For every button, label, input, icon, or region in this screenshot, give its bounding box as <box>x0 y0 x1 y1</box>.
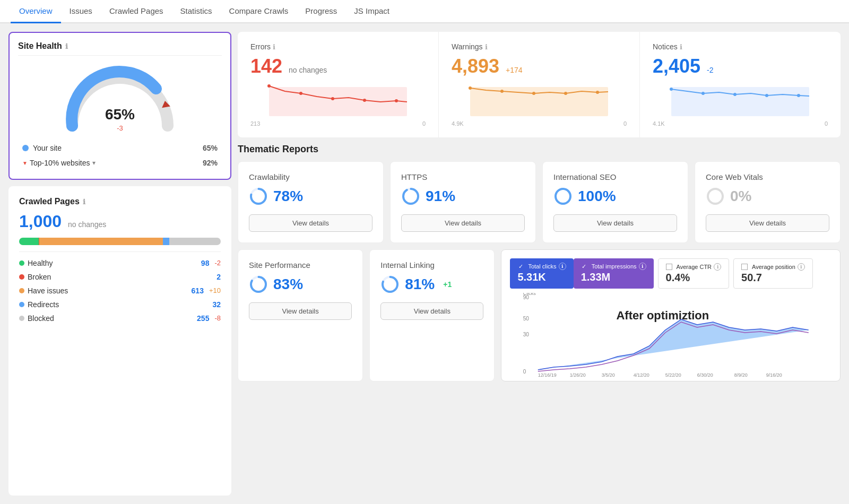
bottom-card-site-performance: Site Performance 83% View details <box>238 249 363 381</box>
checkbox-unchecked-icon <box>666 264 672 270</box>
view-details-button[interactable]: View details <box>249 302 352 320</box>
notices-label: Notices ℹ <box>653 42 828 51</box>
nav-compare-crawls[interactable]: Compare Crawls <box>221 0 297 23</box>
warnings-value: 4,893 <box>452 55 499 77</box>
info-circle-icon: ℹ <box>714 263 721 271</box>
stat-values: 32 <box>212 300 221 309</box>
svg-text:9/16/20: 9/16/20 <box>766 372 782 378</box>
your-site-dot <box>22 145 29 151</box>
svg-point-17 <box>765 94 768 97</box>
crawled-total: 1,000 <box>19 212 62 231</box>
nav-overview[interactable]: Overview <box>11 0 61 23</box>
notices-info-icon[interactable]: ℹ <box>680 43 682 51</box>
report-pct: 78% <box>249 187 372 206</box>
thematic-reports-section: Thematic Reports Crawlability 78% View d… <box>238 144 841 243</box>
gsc-stat-label: Average CTR ℹ <box>666 263 721 271</box>
view-details-button[interactable]: View details <box>380 302 483 320</box>
gsc-stat-val: 5.31K <box>517 271 566 283</box>
stat-values: 2 <box>216 273 221 281</box>
stat-dot <box>19 260 24 266</box>
notices-box: Notices ℹ 2,405 -2 <box>640 32 841 137</box>
svg-point-4 <box>331 97 334 100</box>
gsc-stat-val: 50.7 <box>741 272 805 284</box>
legend-top10: ▼ Top-10% websites ▾ 92% <box>18 155 222 170</box>
warnings-box: Warnings ℹ 4,893 +174 <box>439 32 640 137</box>
stat-row-broken: Broken 2 <box>19 270 221 284</box>
reports-grid: Crawlability 78% View details HTTPS 91% … <box>238 161 841 243</box>
notices-change: -2 <box>707 66 713 74</box>
svg-text:8/9/20: 8/9/20 <box>734 372 748 378</box>
svg-text:6/30/20: 6/30/20 <box>697 372 713 378</box>
errors-value: 142 <box>250 55 282 77</box>
svg-point-11 <box>564 92 567 95</box>
notices-value: 2,405 <box>653 55 700 77</box>
report-circle-icon <box>401 187 420 206</box>
report-pct: 83% <box>249 275 352 294</box>
gauge-change: -3 <box>105 124 135 132</box>
svg-point-8 <box>469 86 472 90</box>
stat-row-healthy: Healthy 98 -2 <box>19 256 221 270</box>
stat-label: Redirects <box>19 300 59 309</box>
site-health-info-icon[interactable]: ℹ <box>65 42 68 50</box>
warnings-change: +174 <box>506 66 523 74</box>
stat-dot <box>19 302 24 307</box>
top10-chevron-icon[interactable]: ▾ <box>92 159 96 167</box>
svg-point-6 <box>395 99 398 102</box>
pb-redirects <box>163 238 169 245</box>
site-health-card: Site Health ℹ 65% -3 <box>8 32 231 180</box>
gauge-center-text: 65% -3 <box>105 106 135 132</box>
after-optimization-text: After optimiztion <box>616 309 709 323</box>
stat-dot <box>19 274 24 280</box>
stat-values: 255 -8 <box>197 314 221 323</box>
svg-point-22 <box>403 189 418 204</box>
report-title: HTTPS <box>401 172 525 181</box>
main-content: Site Health ℹ 65% -3 <box>0 23 849 504</box>
report-circle-icon <box>553 187 573 206</box>
nav-issues[interactable]: Issues <box>61 0 101 23</box>
stat-label: Blocked <box>19 314 54 323</box>
crawled-pages-info-icon[interactable]: ℹ <box>83 198 85 206</box>
warnings-sparkline-labels: 4.9K 0 <box>452 120 627 127</box>
stat-row-have-issues: Have issues 613 +10 <box>19 284 221 298</box>
nav-crawled-pages[interactable]: Crawled Pages <box>101 0 172 23</box>
nav-js-impact[interactable]: JS Impact <box>345 0 398 23</box>
svg-point-16 <box>733 93 737 96</box>
stat-label: Broken <box>19 273 51 281</box>
svg-point-3 <box>299 92 302 95</box>
report-title: Crawlability <box>249 172 372 181</box>
view-details-button[interactable]: View details <box>706 214 829 232</box>
gsc-stat-total-clicks: ✓ Total clicks ℹ 5.31K <box>510 258 573 289</box>
report-card-https: HTTPS 91% View details <box>390 161 536 243</box>
svg-point-24 <box>556 189 570 204</box>
nav-progress[interactable]: Progress <box>297 0 345 23</box>
errors-label: Errors ℹ <box>250 42 426 51</box>
svg-text:30: 30 <box>523 332 530 337</box>
report-circle-icon <box>249 187 268 206</box>
view-details-button[interactable]: View details <box>401 214 525 232</box>
errors-sparkline-labels: 213 0 <box>250 120 426 127</box>
warnings-info-icon[interactable]: ℹ <box>485 43 488 51</box>
view-details-button[interactable]: View details <box>249 214 372 232</box>
nav-statistics[interactable]: Statistics <box>172 0 221 23</box>
crawled-change: no changes <box>68 220 106 229</box>
view-details-button[interactable]: View details <box>553 214 677 232</box>
report-pct: 0% <box>706 187 829 206</box>
legend-your-site: Your site 65% <box>18 141 222 155</box>
top10-triangle-icon: ▼ <box>22 160 28 166</box>
stat-dot <box>19 288 24 293</box>
gauge-percent: 65% <box>105 106 135 123</box>
errors-info-icon[interactable]: ℹ <box>273 43 275 51</box>
svg-text:3/5/20: 3/5/20 <box>602 372 615 378</box>
stat-label: Have issues <box>19 286 68 295</box>
report-card-crawlability: Crawlability 78% View details <box>238 161 384 243</box>
thematic-reports-title: Thematic Reports <box>238 144 841 155</box>
metrics-row: Errors ℹ 142 no changes <box>238 32 841 137</box>
svg-text:50: 50 <box>523 316 530 321</box>
svg-point-2 <box>267 84 271 88</box>
your-site-value: 65% <box>203 144 218 152</box>
svg-point-14 <box>670 88 673 91</box>
report-pct: 100% <box>553 187 677 206</box>
gsc-stat-average-ctr: Average CTR ℹ 0.4% <box>658 258 729 289</box>
svg-point-15 <box>701 92 705 95</box>
stat-row-redirects: Redirects 32 <box>19 298 221 311</box>
